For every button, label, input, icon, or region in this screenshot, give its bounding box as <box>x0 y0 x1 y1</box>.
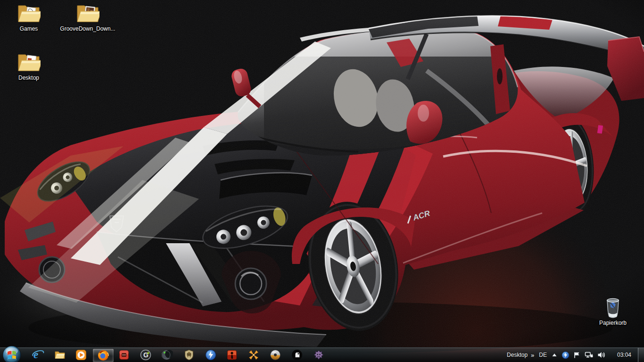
red-media-app-icon <box>119 350 129 360</box>
folder-desktop-icon <box>17 52 41 74</box>
taskbar-app-purple-creature-game[interactable] <box>309 348 329 362</box>
system-tray: Desktop » DE <box>507 348 644 362</box>
desktop-icon-games[interactable]: Games <box>8 3 49 32</box>
taskbar-app-orange-cross-game[interactable] <box>244 348 264 362</box>
svg-text:e: e <box>33 349 38 361</box>
desktop-icon-recycle-bin[interactable]: Papierkorb <box>593 297 633 326</box>
lightning-icon <box>205 349 216 361</box>
groove-downloader-icon: G <box>140 349 151 361</box>
taskbar-app-red-figure-game[interactable] <box>222 348 242 362</box>
amber-orb-icon <box>270 349 281 361</box>
taskbar-app-firefox[interactable] <box>92 348 114 362</box>
orange-cross-icon <box>248 349 259 361</box>
desktop-icon-desktop-folder[interactable]: Desktop <box>8 52 49 81</box>
desktop-icon-groovedown[interactable]: GrooveDown_Down... <box>67 3 108 32</box>
desktop-icon-label: Papierkorb <box>599 320 627 326</box>
tank-shield-icon <box>183 349 195 361</box>
show-hidden-icons-button[interactable] <box>552 353 557 357</box>
taskbar-app-red-media-app[interactable] <box>114 348 134 362</box>
red-figure-game-icon <box>227 350 237 360</box>
folder-groovedown-icon <box>76 3 99 25</box>
wallpaper-viper: ACR <box>0 0 644 362</box>
crescent-player-icon <box>162 349 173 361</box>
media-player-icon <box>75 349 87 361</box>
taskbar-app-windows-media-player[interactable] <box>71 348 91 362</box>
taskbar-app-groove-downloader[interactable]: G <box>136 348 156 362</box>
taskbar-app-world-of-tanks[interactable] <box>179 348 199 362</box>
recycle-bin-full-icon <box>604 297 622 319</box>
taskbar-app-windows-explorer[interactable] <box>50 348 70 362</box>
windows-7-desktop: ACR <box>0 0 644 362</box>
clock[interactable]: 03:04 <box>613 352 635 358</box>
network-icon[interactable] <box>585 351 594 359</box>
show-desktop-button[interactable] <box>638 348 644 362</box>
language-indicator[interactable]: DE <box>539 352 547 358</box>
taskbar-app-ghost[interactable] <box>287 348 307 362</box>
chevron-up-icon <box>552 353 557 357</box>
firefox-icon <box>97 349 109 362</box>
taskbar-app-crescent-player[interactable] <box>157 348 177 362</box>
internet-explorer-icon: e <box>32 349 44 361</box>
taskbar: e <box>0 347 644 362</box>
ghost-icon <box>291 349 303 361</box>
tray-toolbar-desktop[interactable]: Desktop <box>507 352 528 358</box>
desktop-icon-label: Desktop <box>18 75 39 81</box>
tray-lightning-downloader-icon[interactable] <box>561 351 570 359</box>
purple-creature-icon <box>313 349 324 361</box>
volume-icon[interactable] <box>597 351 606 359</box>
taskbar-app-amber-orb-game[interactable] <box>265 348 285 362</box>
desktop-icon-label: Games <box>20 26 38 32</box>
desktop-icon-label: GrooveDown_Down... <box>60 26 115 32</box>
taskbar-app-internet-explorer[interactable]: e <box>28 348 48 362</box>
folder-icon <box>54 349 66 361</box>
toolbar-overflow-chevron[interactable]: » <box>531 352 534 359</box>
action-center-flag-icon[interactable] <box>573 351 581 359</box>
start-button[interactable] <box>2 346 21 362</box>
taskbar-app-lightning-downloader[interactable] <box>201 348 221 362</box>
folder-games-icon <box>17 3 41 25</box>
